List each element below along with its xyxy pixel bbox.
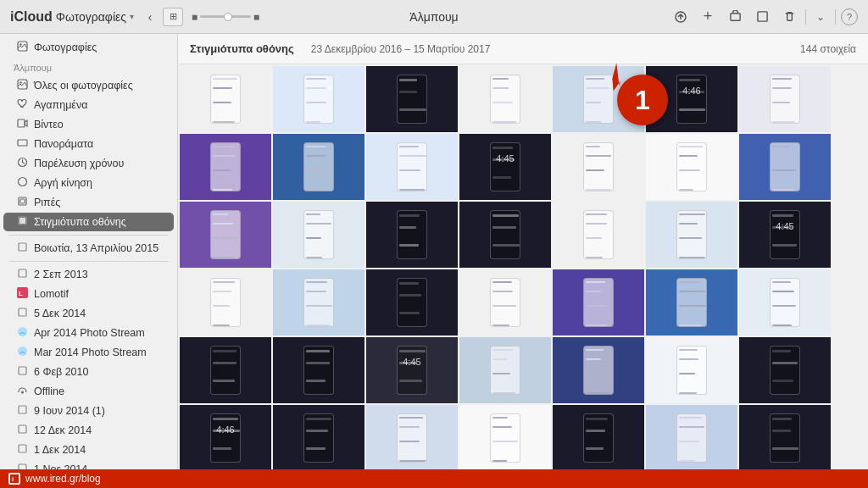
sidebar-item-slo-mo[interactable]: Αργή κίνηση xyxy=(3,174,174,192)
back-button[interactable]: ‹ xyxy=(141,8,159,26)
favorites-icon xyxy=(15,98,29,112)
photo-thumb-27[interactable] xyxy=(739,269,831,336)
photo-thumb-21[interactable] xyxy=(180,269,271,336)
feb2010-icon xyxy=(15,365,29,379)
sidebar: Φωτογραφίες Άλμπουμ Όλες οι φωτογραφίεςΑ… xyxy=(0,34,178,469)
photo-thumb-39[interactable] xyxy=(553,405,644,469)
chevron-down-button[interactable]: ⌄ xyxy=(811,8,830,26)
layout-button[interactable]: ⊞ xyxy=(163,8,183,26)
sidebar-item-offline[interactable]: Offline xyxy=(3,382,174,401)
zoom-min-icon: ◼ xyxy=(192,13,198,21)
photo-thumb-6[interactable] xyxy=(739,66,831,132)
photo-thumb-14[interactable] xyxy=(180,202,271,268)
zoom-slider[interactable]: ◼ ◼ xyxy=(192,13,259,21)
photo-thumb-10[interactable]: 4:45 xyxy=(459,134,551,200)
favorites-label: Αγαπημένα xyxy=(34,99,165,111)
photo-thumb-25[interactable] xyxy=(553,269,644,336)
share-button[interactable] xyxy=(724,6,746,28)
slider-thumb xyxy=(224,13,232,21)
photo-thumb-30[interactable]: 4:45 xyxy=(366,337,458,403)
content-count: 144 στοιχεία xyxy=(800,43,856,55)
svg-rect-24 xyxy=(19,406,26,413)
photo-thumb-16[interactable] xyxy=(366,202,458,268)
svg-rect-26 xyxy=(19,445,26,452)
photo-thumb-11[interactable] xyxy=(553,134,644,200)
photo-thumb-20[interactable]: 4:45 xyxy=(739,202,831,268)
delete-button[interactable] xyxy=(778,6,800,28)
add-button[interactable]: + xyxy=(697,6,719,28)
sep2013-label: 2 Σεπ 2013 xyxy=(34,269,165,280)
apr2014-label: Apr 2014 Photo Stream xyxy=(34,327,165,339)
sidebar-item-videos[interactable]: Βίντεο xyxy=(3,115,174,134)
lomotif-label: Lomotif xyxy=(34,288,165,300)
panoramas-icon xyxy=(15,137,29,151)
photo-thumb-22[interactable] xyxy=(273,269,364,336)
photo-thumb-35[interactable]: 4:46 xyxy=(180,405,271,469)
videos-label: Βίντεο xyxy=(34,119,165,130)
sidebar-item-dec1-2014[interactable]: 1 Δεκ 2014 xyxy=(3,441,174,459)
sidebar-item-all-photos[interactable]: Όλες οι φωτογραφίες xyxy=(3,76,174,95)
photo-thumb-8[interactable] xyxy=(273,134,364,200)
photos-top-icon xyxy=(15,41,29,54)
photo-thumb-17[interactable] xyxy=(459,202,551,268)
photo-thumb-9[interactable] xyxy=(366,134,458,200)
photo-thumb-37[interactable] xyxy=(366,405,458,469)
sidebar-item-dec2014[interactable]: 5 Δεκ 2014 xyxy=(3,304,174,323)
icloud-label: iCloud xyxy=(10,9,53,25)
sidebar-item-lomotif[interactable]: LLomotif xyxy=(3,285,174,303)
sidebar-item-bursts[interactable]: Ριπές xyxy=(3,193,174,212)
svg-point-10 xyxy=(18,178,26,186)
svg-point-20 xyxy=(18,327,27,336)
photo-thumb-29[interactable] xyxy=(273,337,364,403)
sidebar-item-memories[interactable]: Παρέλευση χρόνου xyxy=(3,154,174,173)
photo-thumb-23[interactable] xyxy=(366,269,458,336)
sidebar-item-photos-top[interactable]: Φωτογραφίες xyxy=(3,38,174,57)
photo-thumb-19[interactable] xyxy=(646,202,737,268)
sidebar-item-nov1-2014[interactable]: 1 Νοε 2014 xyxy=(3,460,174,469)
photo-thumb-2[interactable] xyxy=(366,66,458,132)
photo-thumb-40[interactable] xyxy=(646,405,737,469)
svg-rect-7 xyxy=(18,119,25,127)
photo-thumb-38[interactable] xyxy=(459,405,551,469)
photo-thumb-26[interactable] xyxy=(646,269,737,336)
photo-thumb-15[interactable] xyxy=(273,202,364,268)
sidebar-item-dec12-2014[interactable]: 12 Δεκ 2014 xyxy=(3,421,174,440)
sidebar-item-panoramas[interactable]: Πανοράματα xyxy=(3,135,174,153)
photo-thumb-32[interactable] xyxy=(553,337,644,403)
all-photos-icon xyxy=(15,79,29,92)
photo-thumb-18[interactable] xyxy=(553,202,644,268)
title-bar: iCloud Φωτογραφίες ▾ ‹ ⊞ ◼ ◼ Άλμπουμ + ⌄ xyxy=(0,0,868,34)
photos-label: Φωτογραφίες xyxy=(56,10,126,24)
sidebar-item-mar2014[interactable]: Mar 2014 Photo Stream xyxy=(3,343,174,362)
photo-thumb-3[interactable] xyxy=(459,66,551,132)
photo-thumb-7[interactable] xyxy=(180,134,271,200)
sidebar-item-screenshots[interactable]: Στιγμιότυπα οθόνης xyxy=(3,213,174,231)
sidebar-item-apr2014[interactable]: Apr 2014 Photo Stream xyxy=(3,324,174,342)
photo-thumb-41[interactable] xyxy=(739,405,831,469)
photo-thumb-12[interactable] xyxy=(646,134,737,200)
bursts-icon xyxy=(15,196,29,209)
upload-button[interactable] xyxy=(670,6,692,28)
badge-number: 1 xyxy=(635,85,650,116)
photo-thumb-0[interactable] xyxy=(180,66,271,132)
sidebar-item-iouv2014[interactable]: 9 Ιουν 2014 (1) xyxy=(3,402,174,420)
sidebar-item-sep2013[interactable]: 2 Σεπ 2013 xyxy=(3,265,174,284)
photo-thumb-31[interactable] xyxy=(459,337,551,403)
svg-point-21 xyxy=(18,347,27,356)
photo-thumb-34[interactable] xyxy=(739,337,831,403)
toolbar-right: + ⌄ ? xyxy=(670,6,858,28)
dec12-2014-icon xyxy=(15,424,29,437)
photo-thumb-28[interactable] xyxy=(180,337,271,403)
photo-thumb-36[interactable] xyxy=(273,405,364,469)
svg-rect-1 xyxy=(730,14,739,20)
sidebar-item-boeotia[interactable]: Βοιωτία, 13 Απριλίου 2015 xyxy=(3,239,174,258)
sidebar-item-favorites[interactable]: Αγαπημένα xyxy=(3,96,174,114)
photo-thumb-33[interactable] xyxy=(646,337,737,403)
photo-thumb-24[interactable] xyxy=(459,269,551,336)
help-button[interactable]: ? xyxy=(841,8,858,25)
svg-rect-25 xyxy=(19,425,26,433)
order-button[interactable] xyxy=(751,6,773,28)
photo-thumb-13[interactable] xyxy=(739,134,831,200)
sidebar-item-feb2010[interactable]: 6 Φεβ 2010 xyxy=(3,363,174,381)
photo-thumb-1[interactable] xyxy=(273,66,364,132)
